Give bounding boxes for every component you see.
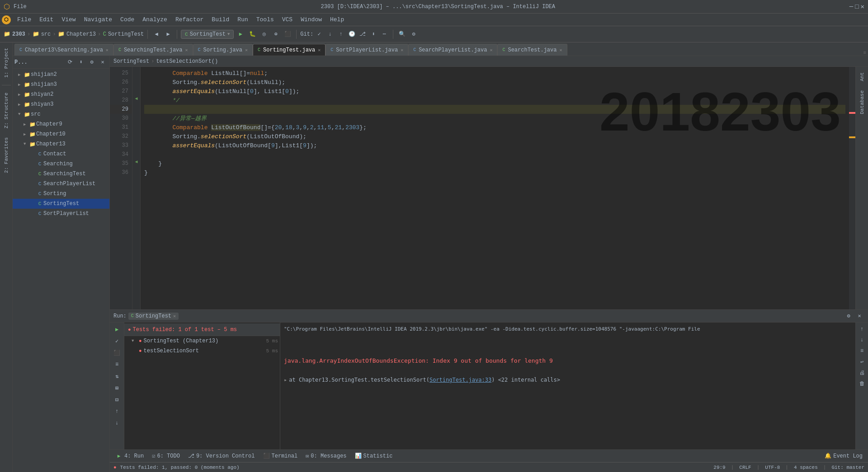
menu-view[interactable]: View <box>58 15 79 24</box>
git-menu-button[interactable]: ⋯ <box>379 29 389 39</box>
sidebar-close-button[interactable]: ✕ <box>98 57 108 67</box>
code-editor[interactable]: Comparable ListNull[]=null; Sorting.sele… <box>141 67 849 309</box>
stop-button[interactable]: ⬛ <box>283 29 292 39</box>
menu-build[interactable]: Build <box>208 15 233 24</box>
tab-sortingtest-java[interactable]: C SortingTest.java ✕ <box>253 44 326 56</box>
project-tab[interactable]: 1: Project <box>3 44 10 81</box>
profile-button[interactable]: ⊕ <box>271 29 281 39</box>
sidebar-item-sortplayerlist[interactable]: C SortPlayerList <box>13 209 109 219</box>
tool-run[interactable]: ▶ 4: Run <box>112 451 147 462</box>
breadcrumb-file[interactable]: SortingTest <box>113 58 149 65</box>
forward-button[interactable]: ▶ <box>163 29 173 39</box>
sidebar-item-searchingtest[interactable]: C SearchingTest <box>13 169 109 179</box>
menu-navigate[interactable]: Navigate <box>80 15 116 24</box>
tab-searchtest-java[interactable]: C SearchTest.java ✕ <box>497 44 567 56</box>
tool-terminal[interactable]: ⬛ Terminal <box>259 451 302 462</box>
run-with-coverage-button[interactable]: ◎ <box>259 29 269 39</box>
close-button[interactable]: ✕ <box>861 3 864 10</box>
sidebar-item-sorting[interactable]: C Sorting <box>13 189 109 199</box>
sidebar-settings-button[interactable]: ⚙ <box>87 57 97 67</box>
minimize-button[interactable]: ─ <box>849 3 853 10</box>
tab-searching-java[interactable]: C Chapter13\Searching.java ✕ <box>14 44 113 56</box>
ant-tab[interactable]: Ant <box>859 69 866 85</box>
run-settings-button[interactable]: ⚙ <box>844 311 854 321</box>
git-update-button[interactable]: ↓ <box>325 29 335 39</box>
menu-vcs[interactable]: VCS <box>278 15 296 24</box>
sidebar-item-shiyan2[interactable]: ▶ 📁 shiyan2 <box>13 89 109 99</box>
tab-searchingtest-java[interactable]: C SearchingTest.java ✕ <box>113 44 193 56</box>
git-commit-button[interactable]: ✓ <box>314 29 324 39</box>
favorites-tab[interactable]: 2: Favorites <box>3 134 10 177</box>
menu-code[interactable]: Code <box>117 15 138 24</box>
tool-messages[interactable]: ✉ 0: Messages <box>302 451 350 462</box>
menu-analyze[interactable]: Analyze <box>139 15 171 24</box>
menu-edit[interactable]: Edit <box>36 15 57 24</box>
menu-file[interactable]: File <box>14 4 27 10</box>
test-nav-up-button[interactable]: ↑ <box>112 407 122 416</box>
tab-close-sorting[interactable]: ✕ <box>245 47 248 53</box>
menu-refactor[interactable]: Refactor <box>172 15 207 24</box>
menu-help[interactable]: Help <box>326 15 348 24</box>
tab-close-searchtest[interactable]: ✕ <box>559 47 562 53</box>
run-sort-button[interactable]: ≡ <box>857 346 867 356</box>
test-tree-item-testselection[interactable]: ● testSelectionSort 5 ms <box>124 346 280 356</box>
breadcrumb-method[interactable]: testSelectionSort() <box>156 58 218 65</box>
sidebar-item-contact[interactable]: C Contact <box>13 149 109 159</box>
run-tab-close[interactable]: ✕ <box>173 313 176 319</box>
menu-file[interactable]: File <box>14 15 35 24</box>
tab-close-sortingtest[interactable]: ✕ <box>318 47 321 53</box>
sidebar-item-shijian3[interactable]: ▶ 📁 shijian3 <box>13 79 109 89</box>
test-stop-button[interactable]: ⬛ <box>112 348 122 358</box>
run-wrap-button[interactable]: ↩ <box>857 357 867 367</box>
tool-statistic[interactable]: 📊 Statistic <box>351 451 396 462</box>
run-config-selector[interactable]: C SortingTest ▼ <box>181 30 234 39</box>
test-rerun-button[interactable]: ✓ <box>112 336 122 346</box>
maximize-button[interactable]: □ <box>855 3 859 10</box>
back-button[interactable]: ◀ <box>151 29 161 39</box>
tab-more-icon[interactable]: ≡ <box>863 50 866 56</box>
search-everywhere-button[interactable]: 🔍 <box>397 29 407 39</box>
tab-close-searchingtest[interactable]: ✕ <box>185 47 188 53</box>
menu-window[interactable]: Window <box>297 15 326 24</box>
git-history-button[interactable]: 🕐 <box>347 29 357 39</box>
sidebar-collapse-button[interactable]: ⬍ <box>76 57 86 67</box>
test-expand-button[interactable]: ⊞ <box>112 383 122 393</box>
sidebar-item-shijian2[interactable]: ▶ 📁 shijian2 <box>13 70 109 79</box>
tab-sorting-java[interactable]: C Sorting.java ✕ <box>193 44 253 56</box>
sidebar-item-src[interactable]: ▼ 📁 src <box>13 109 109 119</box>
sidebar-item-searchplayerlist[interactable]: C SearchPlayerList <box>13 179 109 189</box>
run-tab[interactable]: C SortingTest ✕ <box>128 313 179 320</box>
run-scroll-down-button[interactable]: ↓ <box>857 335 867 345</box>
run-close-button[interactable]: ✕ <box>854 311 864 321</box>
menu-run[interactable]: Run <box>234 15 251 24</box>
stack-link[interactable]: SortingTest.java:33 <box>429 377 491 383</box>
tool-todo[interactable]: ☑ 6: TODO <box>148 451 184 462</box>
tab-close-searchplayerlist[interactable]: ✕ <box>490 47 492 53</box>
sidebar-item-shiyan3[interactable]: ▶ 📁 shiyan3 <box>13 99 109 109</box>
tab-searchplayerlist-java[interactable]: C SearchPlayerList.java ✕ <box>408 44 497 56</box>
sidebar-item-sortingtest[interactable]: C SortingTest <box>13 199 109 209</box>
run-clear-button[interactable]: 🗑 <box>857 379 867 388</box>
run-button[interactable]: ▶ <box>236 29 245 39</box>
run-print-button[interactable]: 🖨 <box>857 368 867 378</box>
settings-button[interactable]: ⚙ <box>409 29 419 39</box>
structure-tab[interactable]: Z: Structure <box>3 89 10 132</box>
sidebar-item-chapter9[interactable]: ▶ 📁 Chapter9 <box>13 119 109 129</box>
database-tab[interactable]: Database <box>859 87 866 118</box>
test-sort-button[interactable]: ≡ <box>112 360 122 369</box>
tab-close-sortplayerlist[interactable]: ✕ <box>401 47 403 53</box>
menu-tools[interactable]: Tools <box>253 15 278 24</box>
git-push-button[interactable]: ↑ <box>336 29 346 39</box>
debug-button[interactable]: 🐛 <box>247 29 257 39</box>
sidebar-sync-button[interactable]: ⟳ <box>65 57 75 67</box>
sidebar-item-chapter10[interactable]: ▶ 📁 Chapter10 <box>13 129 109 139</box>
test-tree-item-sortingtest[interactable]: ▼ ● SortingTest (Chapter13) 5 ms <box>124 336 280 346</box>
tab-sortplayerlist-java[interactable]: C SortPlayerList.java ✕ <box>326 44 408 56</box>
sidebar-item-searching[interactable]: C Searching <box>13 159 109 169</box>
test-nav-down-button[interactable]: ↓ <box>112 418 122 428</box>
tab-close-searching[interactable]: ✕ <box>106 47 108 53</box>
run-again-button[interactable]: ▶ <box>112 324 122 334</box>
git-branch-button[interactable]: ⎇ <box>358 29 368 39</box>
tool-vcs[interactable]: ⎇ 9: Version Control <box>184 451 259 462</box>
git-stash-button[interactable]: ⬍ <box>368 29 378 39</box>
